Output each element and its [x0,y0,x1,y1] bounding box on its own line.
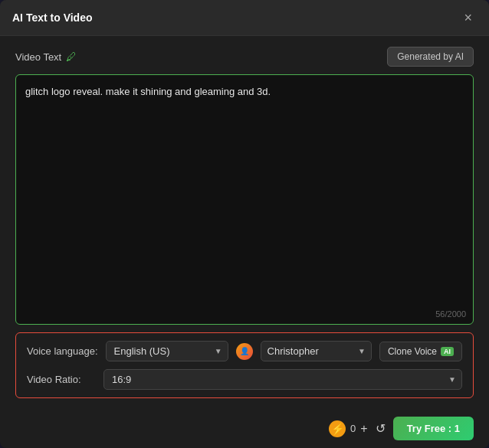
edit-icon: 🖊 [66,51,77,63]
main-content: Video Text 🖊 Generated by AI 56/2000 Voi… [0,36,489,409]
voice-name-dropdown-wrapper: Christopher Alex Emma ▼ [261,341,372,361]
voice-language-label: Voice language: [27,345,98,357]
footer: ⚡ 0 + ↺ Try Free : 1 [0,409,489,448]
voice-language-dropdown-wrapper: English (US) English (UK) Spanish French… [106,341,228,361]
credits-count: 0 [350,423,356,434]
voice-language-row: Voice language: English (US) English (UK… [27,341,462,361]
close-button[interactable]: × [459,9,477,26]
video-text-input[interactable] [15,74,474,325]
add-credits-button[interactable]: + [360,422,367,436]
try-free-button[interactable]: Try Free : 1 [393,417,474,440]
credits-area: ⚡ 0 + [329,420,368,437]
credits-icon: ⚡ [329,420,346,437]
options-section: Voice language: English (US) English (UK… [15,332,474,398]
voice-avatar: 👤 [236,343,253,360]
ai-badge: AI [441,347,454,356]
titlebar: AI Text to Video × [0,0,489,36]
refresh-button[interactable]: ↺ [376,421,386,436]
video-ratio-row: Video Ratio: 16:9 9:16 1:1 4:3 ▼ [27,369,462,390]
voice-name-select[interactable]: Christopher Alex Emma [261,341,372,361]
voice-name-row: 👤 Christopher Alex Emma ▼ Clone Voice AI [236,341,462,361]
video-ratio-dropdown-wrapper: 16:9 9:16 1:1 4:3 ▼ [103,369,462,390]
textarea-wrapper: 56/2000 [15,74,474,325]
generated-by-ai-button[interactable]: Generated by AI [387,47,474,67]
video-text-header: Video Text 🖊 Generated by AI [15,47,474,67]
clone-voice-button[interactable]: Clone Voice AI [379,342,462,361]
main-window: AI Text to Video × Video Text 🖊 Generate… [0,0,489,448]
clone-voice-label: Clone Voice [388,346,437,357]
video-text-label-group: Video Text 🖊 [15,51,77,63]
voice-language-select[interactable]: English (US) English (UK) Spanish French… [106,341,228,361]
video-text-label: Video Text [15,51,61,63]
char-count: 56/2000 [435,309,466,319]
lightning-icon: ⚡ [331,423,344,435]
video-ratio-label: Video Ratio: [27,374,96,385]
window-title: AI Text to Video [12,11,93,24]
video-ratio-select[interactable]: 16:9 9:16 1:1 4:3 [103,369,462,390]
